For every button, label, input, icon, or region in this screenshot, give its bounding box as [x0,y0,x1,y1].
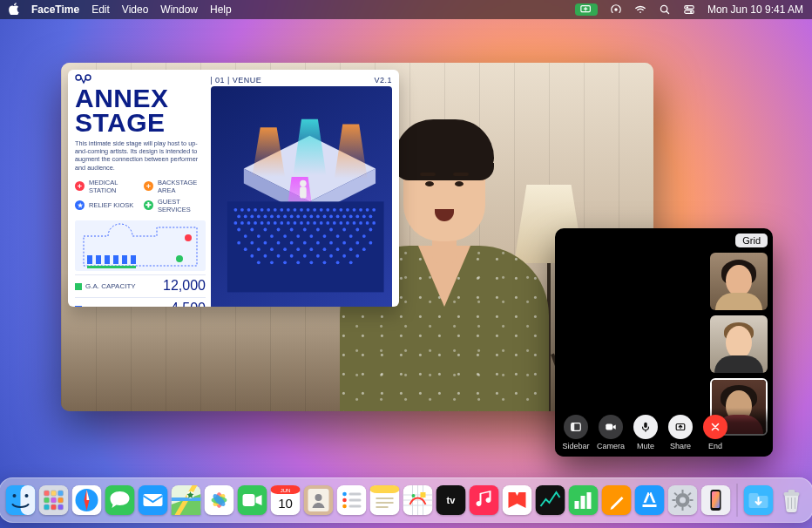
svg-point-35 [267,208,270,212]
svg-point-84 [307,221,310,225]
svg-point-66 [329,214,333,218]
screen-sharing-indicator[interactable] [575,3,598,16]
dock-mail[interactable] [139,485,168,515]
svg-marker-24 [294,119,327,175]
svg-point-33 [254,208,257,212]
dock-freeform[interactable] [403,485,433,515]
svg-rect-235 [712,491,720,508]
svg-point-108 [270,234,274,238]
svg-point-18 [176,255,183,262]
svg-point-76 [254,221,257,225]
svg-rect-170 [44,504,50,510]
wifi-icon[interactable] [634,3,646,16]
svg-point-122 [316,241,320,245]
dock-pages[interactable] [602,485,632,515]
svg-point-50 [366,208,369,212]
svg-point-62 [303,214,307,218]
svg-point-97 [264,228,267,232]
dock-music[interactable] [470,485,499,515]
svg-point-114 [349,234,353,238]
participant-tile[interactable] [710,253,768,310]
backstage-icon [144,181,153,191]
menu-help[interactable]: Help [210,3,232,16]
control-center-icon[interactable] [683,3,695,16]
sidebar-button[interactable]: Sidebar [560,415,592,450]
doc-legend: MEDICAL STATION BACKSTAGE AREA RELIEF KI… [75,179,206,213]
share-button[interactable]: Share [665,415,696,450]
app-menu[interactable]: FaceTime [31,3,79,16]
grid-toggle[interactable]: Grid [735,234,768,247]
svg-rect-240 [788,490,795,493]
facetime-panel[interactable]: Grid Sidebar Camera Mute Share [555,228,773,457]
dock-reminders[interactable] [337,485,367,515]
svg-point-90 [346,221,349,225]
participant-tile[interactable] [710,315,768,373]
svg-point-27 [300,180,307,187]
dock-safari[interactable] [72,485,102,515]
end-call-button[interactable]: End [700,415,731,450]
menu-window[interactable]: Window [160,3,198,16]
menubar-clock[interactable]: Mon Jun 10 9:41 AM [707,3,803,16]
menu-video[interactable]: Video [122,3,148,16]
svg-point-53 [244,214,247,218]
svg-rect-171 [51,504,57,510]
svg-text:JUN: JUN [281,488,291,493]
svg-point-134 [336,247,340,251]
mute-button[interactable]: Mute [630,415,661,450]
dock-contacts[interactable] [304,485,334,515]
camera-button[interactable]: Camera [595,415,626,450]
dock-facetime[interactable] [238,485,267,515]
svg-rect-179 [144,494,163,506]
svg-point-148 [283,261,287,264]
svg-rect-218 [581,496,585,509]
svg-point-101 [316,228,320,232]
svg-point-43 [320,208,323,212]
menu-edit[interactable]: Edit [91,3,110,16]
svg-point-40 [300,208,303,212]
dock-photos[interactable] [205,485,234,515]
dock-stocks[interactable] [536,485,565,515]
dock-appstore[interactable] [635,485,665,515]
dock-launchpad[interactable] [39,485,69,515]
dock-messages[interactable] [105,485,135,515]
svg-point-88 [333,221,336,225]
dock-maps[interactable] [172,485,201,515]
svg-point-85 [313,221,316,225]
svg-point-162 [25,494,29,498]
svg-point-150 [309,261,313,264]
svg-point-119 [277,241,281,245]
apple-menu[interactable] [9,3,19,17]
dock-finder[interactable] [6,485,36,515]
svg-marker-23 [252,127,285,177]
svg-point-104 [355,228,359,232]
svg-point-113 [336,234,340,238]
dock-separator [737,484,738,517]
svg-point-128 [257,247,261,251]
dock-calendar[interactable]: JUN10 [271,485,301,515]
dock-downloads[interactable] [744,485,774,515]
dock-tv[interactable]: tv [436,485,466,515]
svg-point-145 [355,254,359,258]
dock-settings[interactable] [668,485,698,515]
dock-numbers[interactable] [569,485,599,515]
shared-screen-overlay[interactable]: | 01 | VENUE V2.1 ANNEX STAGE This intim… [68,70,399,307]
svg-point-115 [362,234,366,238]
svg-point-42 [313,208,316,212]
spotlight-icon[interactable] [659,3,671,16]
svg-point-38 [287,208,290,212]
airdrop-icon[interactable] [610,3,622,16]
svg-rect-11 [96,255,101,264]
svg-point-98 [277,228,281,232]
svg-point-31 [240,208,244,212]
svg-point-65 [323,214,327,218]
dock-iphone-mirroring[interactable] [701,485,731,515]
dock-news[interactable] [503,485,532,515]
svg-point-198 [342,498,347,503]
dock-notes[interactable] [370,485,400,515]
svg-rect-217 [575,501,579,509]
svg-point-94 [372,221,376,225]
svg-point-82 [294,221,297,225]
svg-point-151 [323,261,327,264]
svg-point-120 [290,241,294,245]
dock-trash[interactable] [777,485,807,515]
